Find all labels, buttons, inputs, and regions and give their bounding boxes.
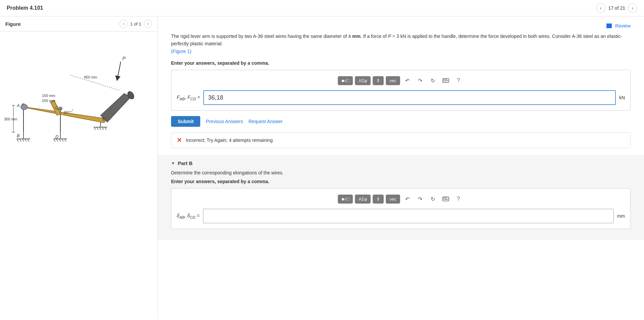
help-button[interactable]: ? [453, 75, 464, 86]
part-a-action-row: Submit Previous Answers Request Answer [171, 116, 631, 127]
submit-button[interactable]: Submit [171, 116, 200, 127]
sigma-icon: AΣφ [359, 78, 367, 83]
left-panel: Figure ‹ 1 of 1 › [0, 16, 158, 320]
part-b-enter-instruction: Enter your answers, separated by a comma… [171, 179, 631, 184]
part-a-answer-box: ■√□ AΣφ ⇕ vec ↶ ↷ ↻ [171, 70, 631, 111]
part-a-input-row: FAB, FCD = kN [177, 90, 625, 105]
error-box: ✕ Incorrect; Try Again; 4 attempts remai… [171, 132, 631, 148]
prev-problem-button[interactable]: ‹ [596, 3, 605, 13]
svg-rect-56 [443, 198, 444, 198]
figure-link[interactable]: (Figure 1) [171, 49, 192, 54]
part-b-updown-button[interactable]: ⇕ [373, 195, 384, 204]
part-b-input[interactable] [203, 209, 614, 223]
part-b-section: ▼ Part B Determine the corresponding elo… [158, 155, 644, 240]
part-b-vec-button[interactable]: vec [386, 195, 400, 204]
vec-icon: vec [389, 78, 396, 83]
svg-text:P: P [122, 56, 126, 61]
part-b-sigma-icon: AΣφ [359, 197, 367, 202]
figure-image: P 450 mm 150 mm 150 mm 30° [0, 32, 157, 153]
svg-text:D: D [55, 134, 58, 139]
part-b-description: Determine the corresponding elongations … [171, 170, 631, 175]
svg-text:B: B [17, 133, 20, 138]
updown-button[interactable]: ⇕ [373, 76, 384, 85]
svg-rect-54 [447, 81, 448, 81]
refresh-button[interactable]: ↻ [428, 75, 438, 86]
figure-header: Figure ‹ 1 of 1 › [0, 16, 157, 32]
part-a-input-label: FAB, FCD = [177, 95, 200, 101]
redo-button[interactable]: ↷ [415, 75, 426, 86]
svg-rect-53 [445, 81, 447, 81]
figure-nav: ‹ 1 of 1 › [119, 20, 152, 28]
part-b-input-label: δAB, δCD = [177, 213, 200, 219]
svg-rect-58 [446, 198, 447, 198]
part-b-sqrt-button[interactable]: ■√□ [338, 195, 353, 204]
svg-text:C: C [55, 105, 59, 110]
part-b-unit: mm [617, 213, 625, 219]
figure-scroll-area: P 450 mm 150 mm 150 mm 30° [0, 32, 157, 320]
figure-label: Figure [5, 21, 21, 27]
sigma-button[interactable]: AΣφ [355, 76, 371, 85]
previous-answers-link[interactable]: Previous Answers [206, 119, 243, 124]
next-problem-button[interactable]: › [628, 3, 637, 13]
undo-button[interactable]: ↶ [402, 75, 413, 86]
part-b-refresh-button[interactable]: ↻ [428, 194, 438, 204]
right-panel: Review The rigid lever arm is supported … [158, 16, 644, 320]
sqrt-icon: ■√□ [341, 78, 349, 83]
svg-text:150 mm: 150 mm [42, 94, 55, 98]
part-b-help-button[interactable]: ? [453, 194, 464, 204]
review-icon [606, 23, 612, 28]
svg-text:450 mm: 450 mm [84, 75, 97, 79]
svg-text:A: A [16, 103, 20, 108]
top-header: Problem 4.101 ‹ 17 of 21 › [0, 0, 644, 16]
part-a-toolbar: ■√□ AΣφ ⇕ vec ↶ ↷ ↻ [177, 75, 625, 86]
part-b-redo-button[interactable]: ↷ [415, 194, 426, 204]
main-layout: Figure ‹ 1 of 1 › [0, 16, 644, 320]
keyboard-icon [442, 78, 449, 83]
sqrt-button[interactable]: ■√□ [338, 76, 353, 85]
figure-prev-button[interactable]: ‹ [119, 20, 127, 28]
svg-rect-49 [443, 79, 444, 80]
part-b-sqrt-icon: ■√□ [341, 197, 349, 202]
part-b-keyboard-icon [442, 197, 449, 201]
svg-text:300 mm: 300 mm [4, 117, 17, 121]
part-b-sigma-button[interactable]: AΣφ [355, 195, 371, 204]
part-b-keyboard-button[interactable] [440, 194, 451, 204]
figure-next-button[interactable]: › [144, 20, 152, 28]
svg-rect-60 [445, 199, 447, 200]
problem-title: Problem 4.101 [7, 5, 43, 11]
request-answer-link[interactable]: Request Answer [249, 119, 283, 124]
part-b-undo-button[interactable]: ↶ [402, 194, 413, 204]
figure-svg: P 450 mm 150 mm 150 mm 30° [3, 35, 144, 149]
problem-text: The rigid lever arm is supported by two … [171, 33, 631, 55]
nav-counter: 17 of 21 [608, 5, 625, 11]
keyboard-button[interactable] [440, 75, 451, 86]
part-a-enter-instruction: Enter your answers, separated by a comma… [171, 60, 631, 66]
error-message: Incorrect; Try Again; 4 attempts remaini… [186, 138, 273, 143]
part-b-updown-icon: ⇕ [376, 197, 380, 202]
part-b-input-row: δAB, δCD = mm [177, 209, 625, 223]
part-b-answer-box: ■√□ AΣφ ⇕ vec ↶ ↷ ↻ [171, 188, 631, 229]
svg-rect-50 [445, 79, 446, 80]
svg-rect-61 [447, 199, 448, 200]
part-b-vec-icon: vec [389, 197, 396, 202]
svg-rect-51 [446, 79, 447, 80]
svg-rect-59 [443, 199, 444, 200]
part-b-title: Part B [178, 160, 193, 166]
part-a-input[interactable] [203, 90, 615, 105]
review-label: Review [615, 23, 631, 29]
svg-point-25 [59, 107, 62, 110]
collapse-icon[interactable]: ▼ [171, 161, 175, 166]
part-a-unit: kN [619, 95, 625, 100]
svg-rect-0 [3, 35, 144, 149]
svg-rect-57 [445, 198, 446, 198]
vec-button[interactable]: vec [386, 76, 400, 85]
svg-point-29 [21, 104, 28, 110]
error-icon: ✕ [177, 137, 182, 144]
review-link-container: Review [171, 23, 631, 29]
svg-text:150 mm: 150 mm [42, 99, 55, 103]
svg-text:30°: 30° [64, 110, 69, 114]
review-link[interactable]: Review [606, 23, 631, 29]
figure-counter: 1 of 1 [130, 21, 141, 26]
svg-text:E: E [102, 116, 105, 121]
nav-controls: ‹ 17 of 21 › [596, 3, 637, 13]
